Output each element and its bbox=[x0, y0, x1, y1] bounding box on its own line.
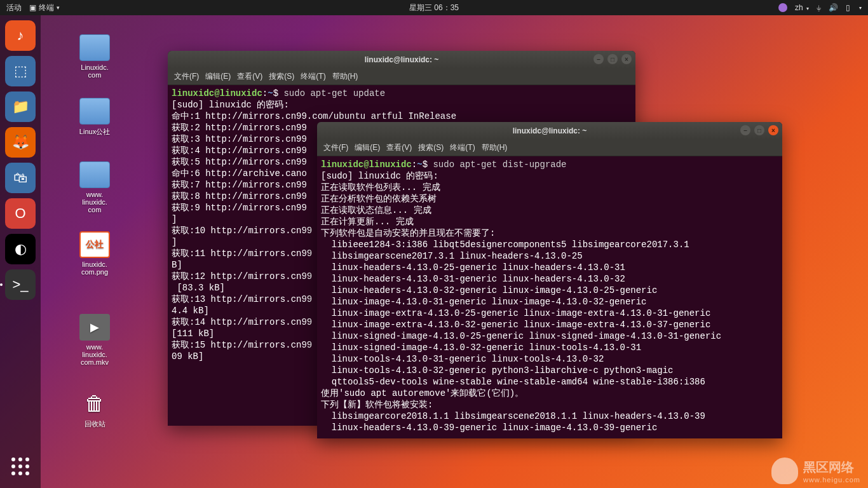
desktop-icon-label: linuxidc. com.png bbox=[66, 261, 123, 276]
image-file-icon: 公社 bbox=[79, 231, 110, 258]
desktop-icon[interactable]: www. linuxidc. com bbox=[66, 161, 123, 214]
maximize-button[interactable]: □ bbox=[607, 54, 618, 64]
trash-icon: 🗑 bbox=[79, 390, 110, 417]
desktop-icon-label: Linux公社 bbox=[66, 127, 123, 137]
menu-item[interactable]: 搜索(S) bbox=[269, 71, 294, 82]
desktop-icon[interactable]: 🗑回收站 bbox=[66, 390, 123, 429]
maximize-button[interactable]: □ bbox=[754, 125, 764, 135]
menu-item[interactable]: 搜索(S) bbox=[418, 142, 444, 153]
dock-rhythmbox[interactable]: ♪ bbox=[5, 20, 36, 51]
window-title: linuxidc@linuxidc: ~ bbox=[365, 55, 439, 64]
indicator-icon[interactable] bbox=[778, 3, 787, 12]
watermark: 黑区网络 www.heigu.com bbox=[771, 458, 860, 484]
menu-item[interactable]: 文件(F) bbox=[174, 71, 199, 82]
top-bar: 活动 ▣ 终端 ▾ 星期三 06：35 zh ▾ ⏚ 🔊 ▯ ▾ bbox=[0, 0, 868, 15]
dock-software[interactable]: 🛍 bbox=[5, 163, 36, 193]
terminal-output[interactable]: linuxidc@linuxidc:~$ sudo apt-get dist-u… bbox=[317, 156, 782, 438]
desktop-icon-label: 回收站 bbox=[66, 419, 123, 429]
dock-files[interactable]: 📁 bbox=[5, 92, 36, 122]
menu-item[interactable]: 帮助(H) bbox=[332, 71, 358, 82]
power-menu[interactable]: ▾ bbox=[859, 5, 862, 11]
network-icon[interactable]: ⏚ bbox=[817, 3, 821, 12]
folder-icon bbox=[79, 161, 110, 188]
terminal-window-2[interactable]: linuxidc@linuxidc: ~ – □ × 文件(F)编辑(E)查看(… bbox=[317, 122, 782, 438]
titlebar[interactable]: linuxidc@linuxidc: ~ – □ × bbox=[317, 122, 782, 140]
menu-item[interactable]: 查看(V) bbox=[237, 71, 262, 82]
show-apps-button[interactable] bbox=[5, 451, 36, 482]
menubar: 文件(F)编辑(E)查看(V)搜索(S)终端(T)帮助(H) bbox=[317, 140, 782, 156]
watermark-sub: www.heigu.com bbox=[803, 476, 860, 484]
watermark-text: 黑区网络 bbox=[803, 460, 854, 474]
activities-button[interactable]: 活动 bbox=[6, 3, 22, 13]
chevron-down-icon: ▾ bbox=[57, 4, 60, 11]
minimize-button[interactable]: – bbox=[593, 54, 604, 64]
desktop: 🗑回收站▶www. linuxidc. com.mkv公社linuxidc. c… bbox=[41, 15, 868, 488]
dock-firefox[interactable]: 🦊 bbox=[5, 127, 36, 158]
minimize-button[interactable]: – bbox=[740, 125, 750, 135]
menu-item[interactable]: 编辑(E) bbox=[205, 71, 231, 82]
menu-item[interactable]: 终端(T) bbox=[450, 142, 475, 153]
dock-screenshot[interactable]: ⬚ bbox=[5, 56, 36, 86]
dock-opera[interactable]: O bbox=[5, 198, 36, 229]
battery-icon[interactable]: ▯ bbox=[846, 3, 850, 12]
menu-item[interactable]: 编辑(E) bbox=[355, 142, 380, 153]
menu-item[interactable]: 帮助(H) bbox=[482, 142, 508, 153]
dock-terminal[interactable]: >_ bbox=[5, 269, 36, 300]
desktop-icon-label: www. linuxidc. com.mkv bbox=[66, 343, 123, 366]
dock: ♪⬚📁🦊🛍O◐>_ bbox=[0, 15, 41, 488]
close-button[interactable]: × bbox=[621, 54, 632, 64]
volume-icon[interactable]: 🔊 bbox=[829, 3, 838, 12]
apps-grid-icon bbox=[11, 458, 29, 475]
titlebar[interactable]: linuxidc@linuxidc: ~ – □ × bbox=[168, 51, 635, 69]
dock-colors[interactable]: ◐ bbox=[5, 234, 36, 264]
app-menu[interactable]: ▣ 终端 ▾ bbox=[29, 3, 60, 13]
input-method[interactable]: zh ▾ bbox=[795, 3, 809, 12]
clock[interactable]: 星期三 06：35 bbox=[409, 3, 459, 13]
menubar: 文件(F)编辑(E)查看(V)搜索(S)终端(T)帮助(H) bbox=[168, 69, 635, 85]
desktop-icon[interactable]: Linuxidc. com bbox=[66, 34, 123, 79]
desktop-icon[interactable]: Linux公社 bbox=[66, 98, 123, 137]
menu-item[interactable]: 终端(T) bbox=[301, 71, 325, 82]
folder-icon bbox=[79, 34, 110, 61]
terminal-icon: ▣ bbox=[29, 3, 36, 12]
menu-item[interactable]: 查看(V) bbox=[386, 142, 412, 153]
video-file-icon: ▶ bbox=[79, 314, 110, 341]
desktop-icon[interactable]: 公社linuxidc. com.png bbox=[66, 231, 123, 276]
desktop-icon[interactable]: ▶www. linuxidc. com.mkv bbox=[66, 314, 123, 366]
close-button[interactable]: × bbox=[768, 125, 778, 135]
desktop-icon-label: www. linuxidc. com bbox=[66, 191, 123, 214]
watermark-logo-icon bbox=[771, 458, 798, 484]
menu-item[interactable]: 文件(F) bbox=[323, 142, 348, 153]
window-title: linuxidc@linuxidc: ~ bbox=[513, 126, 587, 135]
folder-icon bbox=[79, 98, 110, 125]
desktop-icon-label: Linuxidc. com bbox=[66, 64, 123, 79]
app-menu-label: 终端 bbox=[39, 3, 54, 13]
